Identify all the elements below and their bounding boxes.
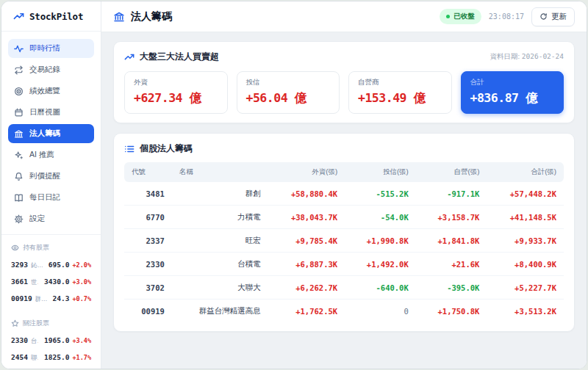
stock-code: 2454 <box>11 353 28 361</box>
table-row[interactable]: 3702 大聯大 +6,262.7K -640.0K -395.0K +5,22… <box>124 276 564 300</box>
watchlist-row[interactable]: 3702 大聯大 66.6 +2.1% <box>10 366 93 369</box>
stock-code: 3661 <box>11 278 28 286</box>
stat-label: 合計 <box>470 78 555 87</box>
sidebar-item-label: 設定 <box>29 214 45 224</box>
cell-code: 2330 <box>124 253 172 276</box>
bank-icon <box>14 129 24 139</box>
cell-dealer: -917.1K <box>416 182 487 206</box>
stock-price: 1965.0 <box>44 336 69 344</box>
stock-code: 2330 <box>11 336 28 344</box>
cell-dealer: +21.6K <box>416 253 487 276</box>
trending-up-icon <box>13 11 24 22</box>
stock-change: +3.4% <box>72 337 91 344</box>
table-row[interactable]: 00919 群益台灣精選高息 +1,762.5K 0 +1,750.8K +3,… <box>124 300 564 323</box>
sidebar-item-daily-journal[interactable]: 每日日記 <box>8 188 94 207</box>
cell-total: +41,148.5K <box>487 206 564 229</box>
app-name: StockPilot <box>29 11 83 22</box>
holdings-section: 持有股票 3293 鈊象 695.0 +2.0% 3661 世芯-KY 3430… <box>1 235 101 311</box>
sidebar-item-settings[interactable]: 設定 <box>8 209 94 228</box>
stat-value: +56.04 億 <box>246 90 331 106</box>
col-code: 代號 <box>124 162 172 182</box>
stats-grid: 外資 +627.34 億 投信 +56.04 億 自營商 +153.49 億 合… <box>124 71 564 114</box>
table-row[interactable]: 2337 旺宏 +9,785.4K +1,990.8K +1,841.8K +9… <box>124 229 564 253</box>
cell-total: +5,227.7K <box>487 276 564 300</box>
stock-chips-card: 個股法人籌碼 代號 名稱 外資(張) 投信(張) 自營(張) 合計(張) <box>113 133 575 332</box>
cell-name: 力積電 <box>172 206 268 229</box>
col-dealer: 自營(張) <box>416 162 487 182</box>
eye-icon <box>11 244 19 252</box>
table-row[interactable]: 2330 台積電 +6,887.3K +1,492.0K +21.6K +8,4… <box>124 253 564 276</box>
sidebar-item-performance[interactable]: 績效總覽 <box>8 81 94 101</box>
cell-foreign: +38,043.7K <box>268 206 345 229</box>
watchlist-title: 關注股票 <box>23 319 49 328</box>
sidebar-item-ai-recommend[interactable]: AI 推薦 <box>8 145 94 164</box>
sidebar-item-label: 交易紀錄 <box>29 65 60 75</box>
stat-label: 投信 <box>246 78 331 87</box>
stock-change: +1.7% <box>72 354 91 361</box>
cell-trust: -515.2K <box>345 182 416 206</box>
cell-dealer: +3,158.7K <box>416 206 487 229</box>
col-name: 名稱 <box>172 162 268 182</box>
sidebar-item-price-alerts[interactable]: 到價提醒 <box>8 167 94 186</box>
stat-label: 自營商 <box>358 78 442 87</box>
sparkles-icon <box>14 150 24 160</box>
stat-dealer: 自營商 +153.49 億 <box>348 71 452 114</box>
sidebar-item-label: 法人籌碼 <box>29 128 60 139</box>
stat-trust: 投信 +56.04 億 <box>237 71 340 114</box>
sidebar-item-realtime-quotes[interactable]: 即時行情 <box>8 39 94 58</box>
cell-foreign: +9,785.4K <box>268 229 345 253</box>
app-logo: StockPilot <box>1 1 101 32</box>
holding-row[interactable]: 00919 群益台灣 24.3 +0.7% <box>10 291 93 308</box>
stat-foreign: 外資 +627.34 億 <box>124 71 228 114</box>
cell-foreign: +58,880.4K <box>268 182 345 206</box>
holding-row[interactable]: 3661 世芯-KY 3430.0 +3.0% <box>10 274 93 291</box>
stock-name: 聯發科 <box>31 354 38 363</box>
cell-trust: -54.0K <box>345 206 416 229</box>
holdings-header: 持有股票 <box>10 242 93 257</box>
cell-name: 旺宏 <box>172 229 268 253</box>
cell-code: 6770 <box>124 206 172 229</box>
cell-code: 3481 <box>124 182 172 206</box>
table-row[interactable]: 6770 力積電 +38,043.7K -54.0K +3,158.7K +41… <box>124 206 564 229</box>
target-icon <box>14 87 24 96</box>
star-icon <box>11 319 19 327</box>
col-trust: 投信(張) <box>345 162 416 182</box>
watchlist-row[interactable]: 2454 聯發科 1825.0 +1.7% <box>10 349 93 366</box>
stock-change: +0.7% <box>72 295 91 302</box>
sidebar-item-trade-records[interactable]: 交易紀錄 <box>8 60 94 79</box>
data-date-label: 資料日期: <box>490 52 520 60</box>
cell-foreign: +6,887.3K <box>268 253 345 276</box>
repeat-icon <box>14 65 24 75</box>
table-row[interactable]: 3481 群創 +58,880.4K -515.2K -917.1K +57,4… <box>124 182 564 206</box>
watchlist-row[interactable]: 2330 台積電 1965.0 +3.4% <box>10 333 93 349</box>
sidebar-item-label: 每日日記 <box>29 192 60 203</box>
app-window: StockPilot 即時行情 交易紀錄 績效總覽 日曆視圖 法人籌碼 <box>1 1 587 369</box>
holdings-title: 持有股票 <box>23 243 49 253</box>
refresh-button[interactable]: 更新 <box>531 7 575 26</box>
cell-total: +3,513.2K <box>487 300 564 323</box>
sidebar-item-label: 日曆視圖 <box>29 107 60 117</box>
sidebar-item-calendar-view[interactable]: 日曆視圖 <box>8 103 94 122</box>
holding-row[interactable]: 3293 鈊象 695.0 +2.0% <box>10 257 93 274</box>
list-icon <box>124 144 135 154</box>
cell-name: 群創 <box>172 182 268 206</box>
col-total: 合計(張) <box>487 162 564 182</box>
cell-code: 2337 <box>124 229 172 253</box>
stock-name: 世芯-KY <box>31 278 38 287</box>
cell-trust: +1,492.0K <box>345 253 416 276</box>
stock-price: 24.3 <box>53 294 70 302</box>
main-area: 法人籌碼 已收盤 23:08:17 更新 大 <box>101 1 587 369</box>
refresh-label: 更新 <box>551 12 567 22</box>
refresh-icon <box>539 12 548 21</box>
page-title: 法人籌碼 <box>131 10 172 23</box>
cell-foreign: +6,262.7K <box>268 276 345 300</box>
status-label: 已收盤 <box>453 12 475 21</box>
clock: 23:08:17 <box>489 12 524 21</box>
content: 大盤三大法人買賣超 資料日期: 2026-02-24 外資 +627.34 億 … <box>101 32 587 369</box>
cell-total: +9,933.7K <box>487 229 564 253</box>
bank-icon <box>113 11 125 23</box>
cell-code: 00919 <box>124 300 172 323</box>
sidebar-item-institutional-chips[interactable]: 法人籌碼 <box>8 124 94 143</box>
stock-price: 1825.0 <box>44 353 69 361</box>
stock-change: +2.0% <box>72 261 91 269</box>
